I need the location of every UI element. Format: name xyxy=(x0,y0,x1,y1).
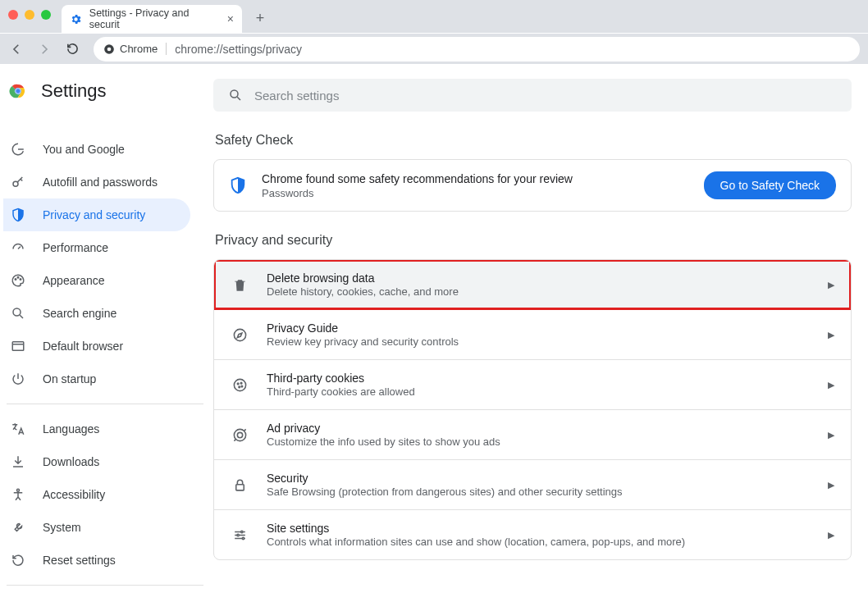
svg-point-12 xyxy=(231,90,238,98)
page-title: Settings xyxy=(41,80,107,102)
shield-icon xyxy=(229,176,247,194)
go-to-safety-check-button[interactable]: Go to Safety Check xyxy=(704,171,836,199)
row-sub: Controls what information sites can use … xyxy=(267,536,685,548)
svg-rect-21 xyxy=(235,484,244,490)
browser-icon xyxy=(10,339,26,353)
safety-title: Chrome found some safety recommendations… xyxy=(262,172,573,185)
sidebar-item-system[interactable]: System xyxy=(3,511,190,544)
row-sub: Review key privacy and security controls xyxy=(267,335,459,348)
wrench-icon xyxy=(10,520,26,535)
settings-search[interactable] xyxy=(213,79,852,112)
search-icon xyxy=(228,88,243,103)
privacy-settings-card: Delete browsing data Delete history, coo… xyxy=(213,259,852,560)
accessibility-icon xyxy=(10,487,26,502)
ad-icon xyxy=(231,427,249,443)
url-text: chrome://settings/privacy xyxy=(175,43,302,56)
svg-point-7 xyxy=(17,277,19,279)
sidebar-item-label: Search engine xyxy=(43,307,116,320)
forward-button[interactable] xyxy=(36,41,53,57)
row-title: Security xyxy=(267,472,623,485)
sliders-icon xyxy=(231,527,249,543)
sidebar-item-accessibility[interactable]: Accessibility xyxy=(3,478,190,511)
translate-icon xyxy=(10,422,26,436)
safety-check-card: Chrome found some safety recommendations… xyxy=(213,159,852,212)
sidebar-item-label: Languages xyxy=(43,422,99,436)
search-input[interactable] xyxy=(254,89,837,103)
sidebar-item-extensions[interactable]: Extensions xyxy=(3,594,190,602)
sidebar-item-label: You and Google xyxy=(43,143,125,156)
address-bar[interactable]: Chrome chrome://settings/privacy xyxy=(94,37,860,62)
sidebar-item-performance[interactable]: Performance xyxy=(3,231,190,264)
gear-icon xyxy=(70,12,83,25)
row-title: Delete browsing data xyxy=(267,271,459,285)
row-privacy-guide[interactable]: Privacy Guide Review key privacy and sec… xyxy=(214,309,851,359)
new-tab-button[interactable]: + xyxy=(249,7,272,30)
sidebar-item-label: Performance xyxy=(43,241,108,254)
svg-point-6 xyxy=(15,279,16,280)
main-content: Safety Check Chrome found some safety re… xyxy=(213,64,868,602)
svg-point-16 xyxy=(240,382,242,384)
sidebar-item-on-startup[interactable]: On startup xyxy=(3,363,190,395)
window-controls xyxy=(8,10,51,20)
settings-header: Settings xyxy=(8,80,107,102)
reset-icon xyxy=(10,553,26,568)
window-maximize[interactable] xyxy=(41,10,51,20)
row-sub: Delete history, cookies, cache, and more xyxy=(267,285,459,298)
reload-button[interactable] xyxy=(64,41,80,57)
sidebar-item-label: Default browser xyxy=(43,340,123,353)
row-sub: Customize the info used by sites to show… xyxy=(267,436,500,448)
chevron-right-icon: ▶ xyxy=(828,280,834,290)
site-chip[interactable]: Chrome xyxy=(103,43,167,55)
section-heading-safety: Safety Check xyxy=(215,133,852,148)
sidebar-item-autofill[interactable]: Autofill and passwords xyxy=(3,166,190,198)
window-minimize[interactable] xyxy=(25,10,34,20)
browser-tab-settings[interactable]: Settings - Privacy and securit × xyxy=(62,5,242,33)
sidebar-item-label: On startup xyxy=(43,372,96,385)
svg-point-8 xyxy=(20,279,21,280)
chevron-right-icon: ▶ xyxy=(828,480,834,490)
svg-point-13 xyxy=(234,329,245,340)
row-security[interactable]: Security Safe Browsing (protection from … xyxy=(214,459,851,509)
row-sub: Third-party cookies are allowed xyxy=(267,385,415,398)
svg-point-5 xyxy=(13,181,18,186)
power-icon xyxy=(10,372,26,386)
row-sub: Safe Browsing (protection from dangerous… xyxy=(267,486,623,498)
sidebar-item-search-engine[interactable]: Search engine xyxy=(3,297,190,330)
sidebar-item-label: Autofill and passwords xyxy=(43,176,158,189)
sidebar-item-label: Appearance xyxy=(43,274,105,287)
window-close[interactable] xyxy=(8,10,18,20)
sidebar-item-appearance[interactable]: Appearance xyxy=(3,264,190,297)
row-delete-browsing-data[interactable]: Delete browsing data Delete history, coo… xyxy=(214,260,851,309)
svg-point-24 xyxy=(242,537,244,539)
sidebar-item-reset[interactable]: Reset settings xyxy=(3,544,190,577)
svg-point-11 xyxy=(17,489,20,491)
sidebar-item-downloads[interactable]: Downloads xyxy=(3,445,190,478)
row-title: Site settings xyxy=(267,522,685,535)
sidebar-item-privacy[interactable]: Privacy and security xyxy=(3,198,190,231)
shield-icon xyxy=(10,208,26,222)
chrome-icon xyxy=(103,43,115,55)
svg-point-17 xyxy=(238,386,240,388)
sidebar-item-languages[interactable]: Languages xyxy=(3,413,190,445)
row-title: Privacy Guide xyxy=(267,322,459,335)
key-icon xyxy=(10,175,26,189)
close-icon[interactable]: × xyxy=(227,12,234,25)
svg-point-9 xyxy=(13,308,21,316)
svg-point-20 xyxy=(237,432,242,437)
svg-point-18 xyxy=(241,385,243,387)
svg-point-23 xyxy=(236,534,238,536)
row-title: Third-party cookies xyxy=(267,372,415,385)
back-button[interactable] xyxy=(8,41,25,57)
svg-rect-10 xyxy=(12,342,24,351)
sidebar-item-you-and-google[interactable]: You and Google xyxy=(3,133,190,166)
sidebar-item-label: Privacy and security xyxy=(43,208,145,221)
svg-point-15 xyxy=(237,383,239,385)
sidebar: You and Google Autofill and passwords Pr… xyxy=(0,64,213,602)
row-third-party-cookies[interactable]: Third-party cookies Third-party cookies … xyxy=(214,359,851,409)
compass-icon xyxy=(231,327,249,343)
row-site-settings[interactable]: Site settings Controls what information … xyxy=(214,509,851,559)
sidebar-item-default-browser[interactable]: Default browser xyxy=(3,330,190,363)
chevron-right-icon: ▶ xyxy=(828,530,834,540)
cookie-icon xyxy=(231,377,249,393)
row-ad-privacy[interactable]: Ad privacy Customize the info used by si… xyxy=(214,409,851,459)
